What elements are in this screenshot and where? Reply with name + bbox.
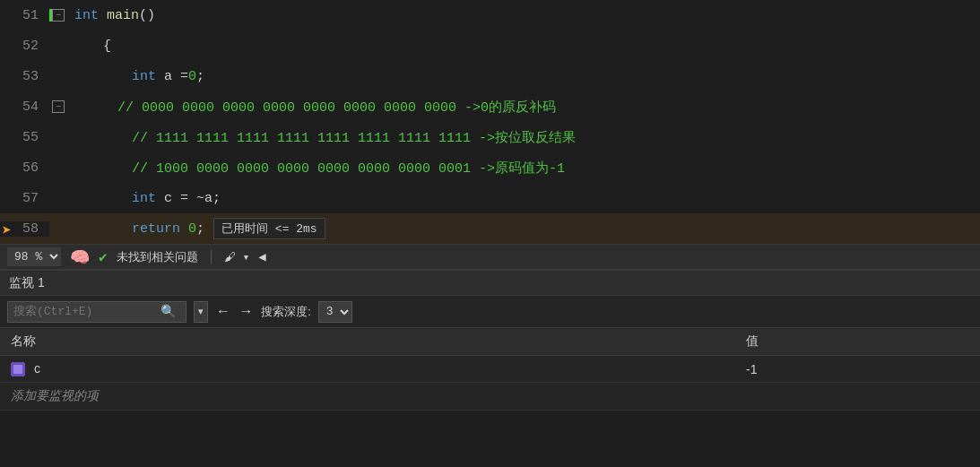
line-content-57: int c = ~a; xyxy=(67,191,980,206)
line-number-51: 51 xyxy=(0,8,49,23)
zoom-select[interactable]: 98 % xyxy=(7,247,61,266)
status-message: 未找到相关问题 xyxy=(117,249,198,265)
collapse-icon-51[interactable]: − xyxy=(52,9,65,22)
var-a: a = xyxy=(156,69,188,84)
code-line-51: 51 − int main () xyxy=(0,0,980,30)
watch-row-c[interactable]: c -1 xyxy=(0,356,980,383)
semi-53: ; xyxy=(196,69,204,84)
depth-select[interactable]: 3 1 2 4 5 xyxy=(318,301,352,323)
line-number-57: 57 xyxy=(0,191,49,206)
line-gutter-54: − xyxy=(49,100,67,113)
keyword-int-51: int xyxy=(74,8,99,23)
line-content-51: int main () xyxy=(67,8,980,23)
time-tooltip: 已用时间 <= 2ms xyxy=(213,218,325,239)
status-check-icon: ✔ xyxy=(99,248,108,266)
line-content-55: // 1111 1111 1111 1111 1111 1111 1111 11… xyxy=(67,129,980,146)
var-name-c: c xyxy=(34,361,40,376)
code-line-56: 56 // 1000 0000 0000 0000 0000 0000 0000… xyxy=(0,152,980,183)
status-bar: 98 % 🧠 ✔ 未找到相关问题 🖌 ▾ ◀ xyxy=(0,244,980,269)
var-c: c = ~a; xyxy=(156,191,221,206)
code-line-53: 53 int a = 0 ; xyxy=(0,61,980,91)
depth-label: 搜索深度: xyxy=(261,304,311,320)
nav-back-btn[interactable]: ← xyxy=(215,304,231,320)
code-line-52: 52 { xyxy=(0,30,980,61)
watch-name-c: c xyxy=(0,356,735,383)
brush-button[interactable]: 🖌 ▾ xyxy=(224,250,250,264)
line-number-56: 56 xyxy=(0,160,49,176)
brace-open: { xyxy=(74,39,111,54)
debug-icon: 🧠 xyxy=(70,247,90,267)
line-content-56: // 1000 0000 0000 0000 0000 0000 0000 00… xyxy=(67,160,980,177)
execution-arrow: ➤ xyxy=(2,221,12,240)
header-value: 值 xyxy=(735,328,980,356)
comment-55: // 1111 1111 1111 1111 1111 1111 1111 11… xyxy=(132,129,576,146)
add-watch-label: 添加要监视的项 xyxy=(0,383,980,411)
keyword-return: return xyxy=(132,221,180,237)
space-51a xyxy=(99,8,107,23)
line-content-53: int a = 0 ; xyxy=(67,69,980,84)
line-number-55: 55 xyxy=(0,130,49,145)
watch-toolbar: 🔍 ▾ ← → 搜索深度: 3 1 2 4 5 xyxy=(0,296,980,328)
space-58 xyxy=(180,221,188,237)
comment-56: // 1000 0000 0000 0000 0000 0000 0000 00… xyxy=(132,160,565,177)
keyword-int-57: int xyxy=(132,191,156,206)
watch-title: 监视 1 xyxy=(9,275,45,291)
line-content-58: return 0 ; 已用时间 <= 2ms xyxy=(67,218,980,239)
status-divider xyxy=(211,250,212,264)
code-line-57: 57 int c = ~a; xyxy=(0,183,980,213)
comment-54: // 0000 0000 0000 0000 0000 0000 0000 00… xyxy=(117,99,556,116)
watch-table: 名称 值 c -1 添加要监视的项 xyxy=(0,328,980,411)
search-dropdown-btn[interactable]: ▾ xyxy=(194,301,208,323)
code-lines: 51 − int main () 52 { 5 xyxy=(0,0,980,244)
func-main: main xyxy=(107,8,139,23)
code-line-54: 54 − // 0000 0000 0000 0000 0000 0000 00… xyxy=(0,91,980,122)
semi-58: ; xyxy=(196,221,204,237)
watch-title-bar: 监视 1 xyxy=(0,271,980,296)
line-number-54: 54 xyxy=(0,99,49,115)
code-editor: 51 − int main () 52 { 5 xyxy=(0,0,980,244)
nav-forward-btn[interactable]: → xyxy=(238,304,255,320)
watch-value-c: -1 xyxy=(735,356,980,383)
collapse-arrow-btn[interactable]: ◀ xyxy=(258,249,265,264)
var-icon-c xyxy=(11,362,25,376)
line-number-52: 52 xyxy=(0,39,49,54)
table-header-row: 名称 值 xyxy=(0,328,980,356)
code-line-55: 55 // 1111 1111 1111 1111 1111 1111 1111… xyxy=(0,122,980,152)
zero-58: 0 xyxy=(188,221,196,237)
code-line-58: ➤ 58 return 0 ; 已用时间 <= 2ms xyxy=(0,213,980,244)
keyword-int-53: int xyxy=(132,69,156,84)
header-name: 名称 xyxy=(0,328,735,356)
collapse-icon-54[interactable]: − xyxy=(52,100,65,113)
add-watch-row[interactable]: 添加要监视的项 xyxy=(0,383,980,411)
search-input[interactable] xyxy=(13,305,157,318)
search-icon: 🔍 xyxy=(160,304,176,319)
line-content-54: // 0000 0000 0000 0000 0000 0000 0000 00… xyxy=(67,99,980,116)
search-box: 🔍 xyxy=(7,301,186,323)
line-number-53: 53 xyxy=(0,69,49,84)
line-content-52: { xyxy=(67,39,980,54)
line-gutter-51: − xyxy=(49,9,67,22)
zero-53: 0 xyxy=(188,69,196,84)
watch-panel: 监视 1 🔍 ▾ ← → 搜索深度: 3 1 2 4 5 名称 值 xyxy=(0,269,980,411)
parens-51: () xyxy=(139,8,155,23)
